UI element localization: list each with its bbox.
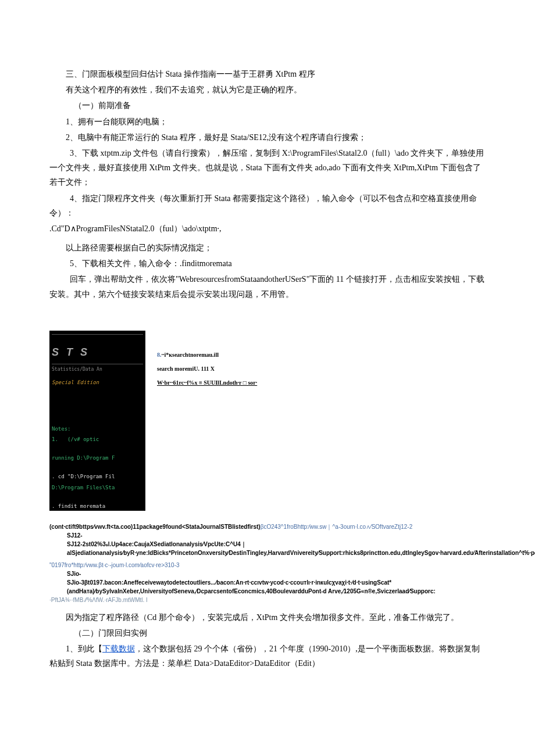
viewer-side-text: 8.∙∙i*кsearchtnoremau.ill search moremiU…: [157, 348, 257, 390]
ref-4-body: SJio-3βt0197.bacon:Aneffeceivewaytodetec…: [67, 579, 436, 594]
ref-line-1: (cont∙ctift9bttps∕vwv.ft<ta.coo)11packag…: [49, 522, 486, 531]
stata-running: running D:\Program F: [52, 453, 143, 463]
ref-1b: βcO243^1froBhttp:∕ww.sw｜^a-3ourn∙l.co∧∕S…: [261, 524, 413, 530]
stata-cd-cmd: . cd "D:\Program Fil: [52, 472, 143, 481]
stata-notes-label: Notes:: [52, 424, 143, 433]
step-5: 5、下载相关文件，输入命令：.finditmoremata: [49, 256, 486, 271]
command-cd: .Cd"D∧ProgramFilesNStatal2.0（fuιl）\ado\x…: [49, 221, 486, 236]
intro-paragraph: 有关这个程序的有效性，我们不去追究，就认为它是正确的程序。: [49, 83, 486, 97]
subsection-1-title: （一）前期准备: [49, 98, 486, 113]
stata-screenshot-block: S T S Statistics/Data An Special Edition…: [49, 331, 486, 511]
stata-logo: S T S: [52, 343, 143, 361]
step-4: 4、指定门限程序文件夹（每次重新打开 Stata 都需要指定这个路径），输入命令…: [49, 191, 486, 220]
ref-1a: (cont∙ctift9bttps∕vwv.ft<ta.coo)11packag…: [49, 524, 261, 530]
section-title: 三、门限面板模型回归估计 Stata 操作指南一一基于王群勇 XtPtm 程序: [49, 67, 486, 81]
stata-notes-1: 1. (/v# optic: [52, 435, 143, 444]
ref-line-2: SJ12-SJ12-2st02%3ₛl.Up4ace:CaujaXSediatl…: [49, 531, 486, 557]
subsection-2-title: （二）门限回归实例: [49, 626, 486, 640]
stata-subtitle: Statistics/Data An: [52, 366, 143, 374]
side-line-1-text: ∙∙i*кsearchtnoremau.ill: [162, 352, 219, 358]
step-5-detail: 回车，弹出帮助文件，依次将"WebresourcesfromStataandot…: [49, 272, 486, 301]
stata-console-window: S T S Statistics/Data An Special Edition…: [49, 331, 145, 511]
ref-line-3: "0197fro*http:∕vww.βt∙c∙-joum∙l.com∕aofc…: [49, 561, 486, 569]
step-3: 3、下载 xtptm.zip 文件包（请自行搜索），解压缩，复制到 X:\Pro…: [49, 146, 486, 190]
step-2: 2、电脑中有能正常运行的 Stata 程序，最好是 Stata/SE12,没有这…: [49, 130, 486, 145]
install-result-paragraph: 因为指定了程序路径（Cd 那个命令），安装完成后，XtPtm 文件夹会增加很多文…: [49, 610, 486, 625]
stata-edition: Special Edition: [52, 378, 143, 387]
stata-cd-result: D:\Program Files\Sta: [52, 483, 143, 492]
example-step-1: 1、到此【下载数据，这个数据包括 29 个个体（省份），21 个年度（1990-…: [49, 642, 486, 671]
ref-line-4: SJio-SJio-3βt0197.bacon:Aneffeceivewayto…: [49, 569, 486, 596]
side-line-3: W∙br∙∙61rc∙∙f%x ≡ SUUIlLndoth∙r □ sor∙: [157, 376, 257, 390]
step-1-prefix: 1、到此【: [66, 644, 102, 653]
side-line-1-num: 8.: [157, 352, 162, 358]
side-line-2: search moremiU. 111 X: [157, 362, 257, 376]
ref-line-5: ∙PftJA¾∙∙fMB ∕∕%ΛfW.∙rAFJb.mtWMtl. l: [49, 596, 486, 604]
stata-findit-cmd: . findit moremata: [52, 501, 143, 511]
step-1: 1、拥有一台能联网的电脑；: [49, 114, 486, 129]
download-data-link[interactable]: 下载数据: [102, 644, 135, 653]
step-4-note: 以上路径需要根据自己的实际情况指定；: [49, 241, 486, 255]
search-results-block: (cont∙ctift9bttps∕vwv.ft<ta.coo)11packag…: [49, 522, 486, 604]
side-line-1: 8.∙∙i*кsearchtnoremau.ill: [157, 348, 257, 362]
ref-2-body: SJ12-2st02%3ₛl.Up4ace:CaujaXSediatlonana…: [67, 541, 535, 556]
